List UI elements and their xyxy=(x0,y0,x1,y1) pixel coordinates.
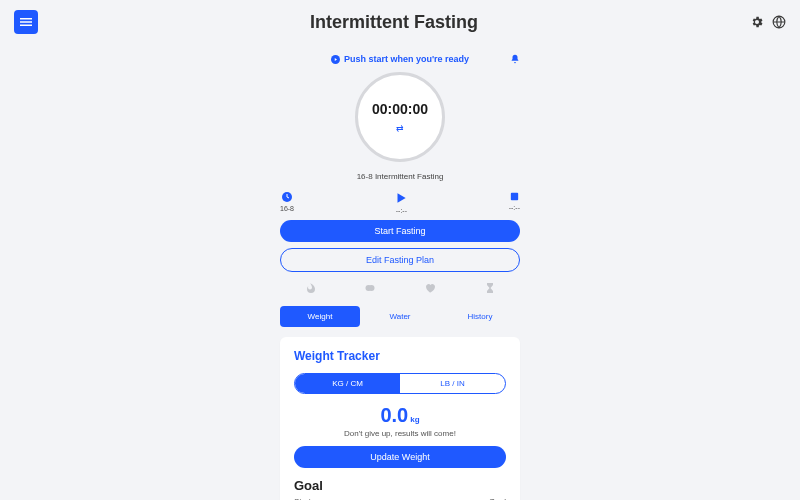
settings-icon[interactable] xyxy=(750,15,764,29)
clock-icon xyxy=(281,191,293,203)
fire-icon xyxy=(304,282,316,294)
timer-circle: 00:00:00 ⇄ xyxy=(355,72,445,162)
start-fasting-button[interactable]: Start Fasting xyxy=(280,220,520,242)
edit-plan-button[interactable]: Edit Fasting Plan xyxy=(280,248,520,272)
tab-weight[interactable]: Weight xyxy=(280,306,360,327)
svg-rect-2 xyxy=(20,25,32,27)
unit-kg-button[interactable]: KG / CM xyxy=(295,374,400,393)
language-icon[interactable] xyxy=(772,15,786,29)
timer-value: 00:00:00 xyxy=(372,101,428,117)
play-icon xyxy=(394,191,408,205)
svg-point-10 xyxy=(369,285,375,291)
brain-icon xyxy=(364,282,376,294)
goal-heading: Goal xyxy=(294,478,506,493)
tab-water[interactable]: Water xyxy=(360,306,440,327)
motivation-text: Don't give up, results will come! xyxy=(294,429,506,438)
page-title: Intermittent Fasting xyxy=(310,12,478,33)
hourglass-icon xyxy=(484,282,496,294)
update-weight-button[interactable]: Update Weight xyxy=(294,446,506,468)
svg-rect-8 xyxy=(511,193,518,200)
weight-tracker-title: Weight Tracker xyxy=(294,349,506,363)
svg-marker-7 xyxy=(398,193,406,202)
play-circle-icon xyxy=(331,55,340,64)
stop-control[interactable]: --:-- xyxy=(509,191,520,211)
plan-name: 16-8 Intermittent Fasting xyxy=(357,172,444,181)
unit-lb-button[interactable]: LB / IN xyxy=(400,374,505,393)
play-control[interactable]: --:-- xyxy=(394,191,408,214)
weight-unit: kg xyxy=(410,415,419,424)
menu-button[interactable] xyxy=(14,10,38,34)
status-text: Push start when you're ready xyxy=(331,54,469,64)
bell-icon[interactable] xyxy=(510,54,520,64)
stop-icon xyxy=(509,191,520,202)
weight-tracker-card: Weight Tracker KG / CM LB / IN 0.0kg Don… xyxy=(280,337,520,500)
tab-history[interactable]: History xyxy=(440,306,520,327)
heart-icon xyxy=(424,282,436,294)
plan-selector[interactable]: 16-8 xyxy=(280,191,294,212)
swap-icon[interactable]: ⇄ xyxy=(396,123,404,133)
svg-rect-1 xyxy=(20,21,32,23)
weight-value: 0.0 xyxy=(380,404,408,426)
svg-rect-0 xyxy=(20,18,32,20)
